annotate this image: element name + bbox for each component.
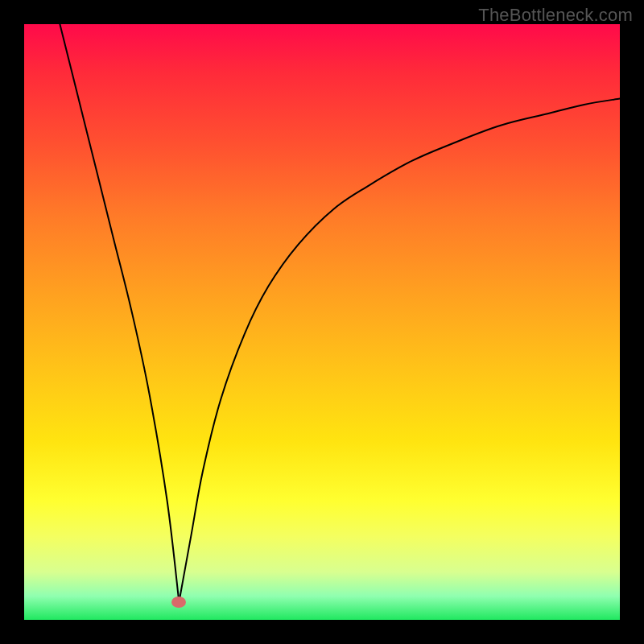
watermark-text: TheBottleneck.com [478,5,633,26]
curve-left-branch [60,24,179,602]
curve-layer [24,24,620,620]
chart-frame: TheBottleneck.com [0,0,644,644]
plot-area [24,24,620,620]
curve-right-branch [179,99,620,602]
minimum-marker [171,597,186,608]
